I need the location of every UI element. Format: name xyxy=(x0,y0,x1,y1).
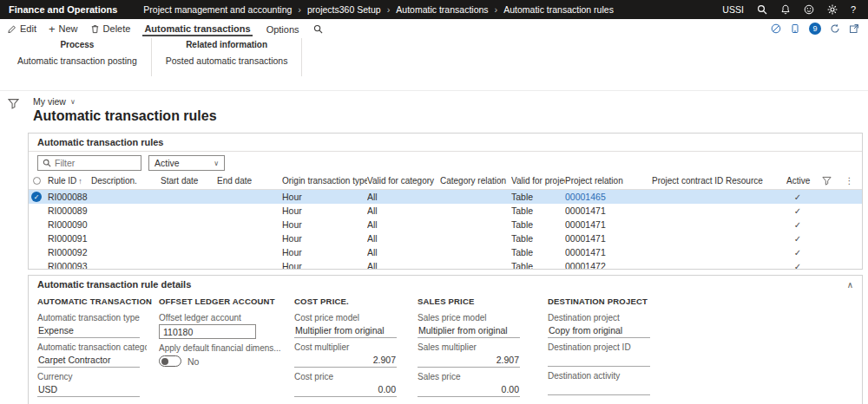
grid-more-options-icon[interactable]: ⋮ xyxy=(844,176,858,186)
personalization-icon[interactable] xyxy=(771,23,781,34)
sales-multiplier-field[interactable]: 2.907 xyxy=(418,354,520,368)
field-label: Automatic transaction category xyxy=(37,342,147,352)
company-picker[interactable]: USSI xyxy=(722,4,744,15)
group-title: SALES PRICE xyxy=(418,296,536,306)
view-selector-label: My view xyxy=(33,96,66,107)
valid-for-category-cell: All xyxy=(367,192,440,202)
edit-button[interactable]: Edit xyxy=(7,23,36,34)
delete-button-label: Delete xyxy=(103,23,131,34)
row-selected-checkbox[interactable]: ✓ xyxy=(29,192,48,202)
table-row[interactable]: RI000093 Hour All Table 00001472 ✓ xyxy=(29,259,862,270)
destination-activity-field[interactable] xyxy=(548,382,650,395)
column-header-start-date[interactable]: Start date xyxy=(161,176,217,186)
table-row[interactable]: ✓ RI000088 Hour All Table 00001465 ✓ xyxy=(29,190,862,204)
destination-project-field[interactable]: Copy from original xyxy=(548,324,650,338)
project-relation-link[interactable]: 00001465 xyxy=(565,192,652,202)
breadcrumb-item[interactable]: projects360 Setup xyxy=(307,4,381,15)
filter-pane-icon[interactable] xyxy=(8,98,19,109)
left-rail xyxy=(0,91,26,404)
chevron-down-icon: ∨ xyxy=(70,98,76,106)
section-header[interactable]: Automatic transaction rule details ∧ xyxy=(29,276,862,293)
cost-price-model-field[interactable]: Multiplier from original xyxy=(294,324,397,338)
group-offset-ledger-account: OFFSET LEDGER ACCOUNT Offset ledger acco… xyxy=(159,296,282,401)
breadcrumb-item[interactable]: Automatic transaction rules xyxy=(503,4,614,15)
table-row[interactable]: RI000089 Hour All Table 00001471 ✓ xyxy=(29,204,862,218)
help-icon[interactable]: ? xyxy=(851,4,856,15)
sort-asc-icon: ↑ xyxy=(78,177,82,186)
column-header-category-relation[interactable]: Category relation xyxy=(440,176,511,186)
cost-price-field[interactable]: 0.00 xyxy=(294,383,397,397)
toggle-state-label: No xyxy=(187,356,199,367)
automatic-transaction-rule-details-section: Automatic transaction rule details ∧ AUT… xyxy=(28,275,863,404)
section-header: Automatic transaction rules xyxy=(29,134,862,152)
field-label: Destination activity xyxy=(548,371,678,381)
chevron-down-icon: ∨ xyxy=(214,160,219,167)
project-relation-cell[interactable]: 00001471 xyxy=(565,233,652,244)
search-icon[interactable] xyxy=(757,4,767,15)
automatic-transaction-type-field[interactable]: Expense xyxy=(37,324,140,338)
project-relation-cell[interactable]: 00001471 xyxy=(565,219,652,230)
breadcrumb-item[interactable]: Automatic transactions xyxy=(396,4,488,15)
apply-default-financial-dimensions-toggle[interactable] xyxy=(159,355,181,367)
column-header-description[interactable]: Description. xyxy=(91,176,161,186)
task-recorder-icon[interactable] xyxy=(790,23,800,34)
grid-filter-funnel-icon[interactable] xyxy=(812,176,844,186)
column-header-end-date[interactable]: End date xyxy=(217,176,282,186)
field-label: Destination project xyxy=(548,313,678,323)
select-all-checkbox[interactable] xyxy=(29,177,48,185)
view-selector[interactable]: My view ∨ xyxy=(33,96,76,107)
automatic-transaction-posting-button[interactable]: Automatic transaction posting xyxy=(17,55,137,66)
breadcrumb-item[interactable]: Project management and accounting xyxy=(143,4,292,15)
feedback-smiley-icon[interactable] xyxy=(804,4,814,15)
table-row[interactable]: RI000090 Hour All Table 00001471 ✓ xyxy=(29,218,862,231)
column-header-project-relation[interactable]: Project relation xyxy=(565,176,652,186)
destination-project-id-field[interactable] xyxy=(548,354,650,367)
field-label: Offset ledger account xyxy=(159,313,282,323)
collapse-chevron-up-icon[interactable]: ∧ xyxy=(847,280,853,290)
column-header-valid-for-project[interactable]: Valid for project xyxy=(511,176,565,186)
table-row[interactable]: RI000092 Hour All Table 00001471 ✓ xyxy=(29,245,862,259)
project-relation-cell[interactable]: 00001472 xyxy=(565,261,652,270)
settings-gear-icon[interactable] xyxy=(827,4,838,15)
chevron-right-icon: › xyxy=(298,4,301,15)
bell-icon[interactable] xyxy=(780,4,791,15)
status-filter-value: Active xyxy=(155,158,180,168)
column-header-origin-transaction-type[interactable]: Origin transaction type xyxy=(282,176,367,186)
tab-options[interactable]: Options xyxy=(265,23,301,36)
column-header-active[interactable]: Active xyxy=(786,176,812,186)
page-content: My view ∨ Automatic transaction rules Au… xyxy=(0,90,868,404)
table-row[interactable]: RI000091 Hour All Table 00001471 ✓ xyxy=(29,231,862,245)
column-header-resource[interactable]: Resource xyxy=(726,176,786,186)
delete-button[interactable]: Delete xyxy=(90,23,131,34)
group-title: OFFSET LEDGER ACCOUNT xyxy=(159,296,282,306)
column-header-rule-id[interactable]: Rule ID↑ xyxy=(48,176,91,186)
field-label: Currency xyxy=(37,372,147,381)
status-filter-dropdown[interactable]: Active ∨ xyxy=(148,155,225,171)
group-automatic-transaction: AUTOMATIC TRANSACTION Automatic transact… xyxy=(37,296,147,401)
offset-ledger-account-input[interactable] xyxy=(159,324,256,339)
app-title[interactable]: Finance and Operations xyxy=(0,4,131,15)
new-button[interactable]: + New xyxy=(49,23,78,34)
column-header-valid-for-category[interactable]: Valid for category xyxy=(367,176,440,186)
sales-price-model-field[interactable]: Multiplier from original xyxy=(418,324,520,338)
column-header-project-contract-id[interactable]: Project contract ID xyxy=(652,176,726,186)
plus-icon: + xyxy=(49,24,56,34)
cost-multiplier-field[interactable]: 2.907 xyxy=(294,354,397,368)
currency-field[interactable]: USD xyxy=(37,383,140,397)
posted-automatic-transactions-button[interactable]: Posted automatic transactions xyxy=(166,55,288,66)
sales-price-field[interactable]: 0.00 xyxy=(418,383,520,397)
automatic-transaction-category-field[interactable]: Carpet Contractor xyxy=(37,354,140,368)
tab-automatic-transactions[interactable]: Automatic transactions xyxy=(142,22,252,36)
project-relation-cell[interactable]: 00001471 xyxy=(565,247,652,257)
valid-for-category-cell: All xyxy=(367,261,440,270)
messages-badge[interactable]: 9 xyxy=(809,23,821,35)
check-icon: ✓ xyxy=(31,192,42,202)
active-check-icon: ✓ xyxy=(786,262,812,270)
filter-input[interactable] xyxy=(55,158,136,168)
action-search-icon[interactable] xyxy=(313,24,323,34)
section-title: Automatic transaction rules xyxy=(37,137,163,147)
project-relation-cell[interactable]: 00001471 xyxy=(565,205,652,216)
group-title: Process xyxy=(17,40,137,49)
refresh-icon[interactable] xyxy=(830,23,840,34)
open-in-new-window-icon[interactable] xyxy=(849,23,859,34)
